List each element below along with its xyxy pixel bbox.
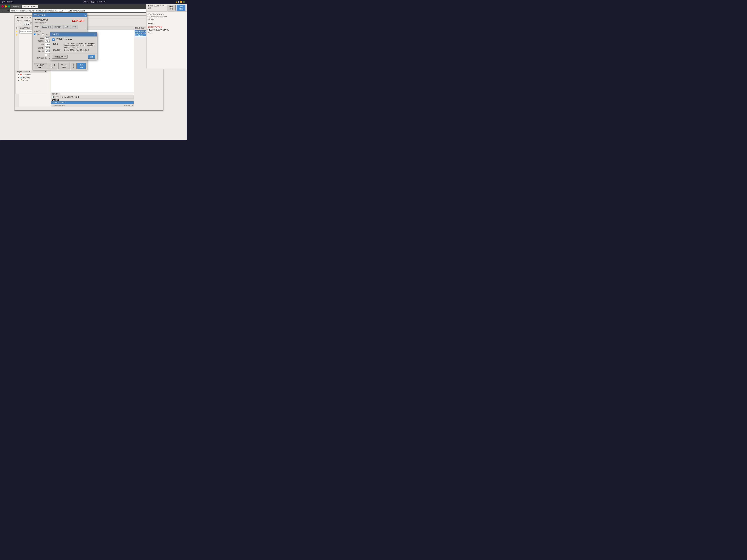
article-new-user: 新注册用户/密码来 <box>148 26 186 29</box>
activities-label[interactable]: 活动 <box>2 1 5 3</box>
nav-back[interactable]: ← <box>1 10 3 12</box>
sidebar-db-icon[interactable]: 🗄 <box>15 27 18 30</box>
next-btn[interactable]: 下一步(N)> <box>58 63 70 69</box>
connect-dialog-title: 连接到数据库 <box>34 14 45 17</box>
prev-btn[interactable]: <上一步(B) <box>47 63 58 69</box>
project-title: Project - General × <box>17 71 32 73</box>
db-label: 数据库: <box>34 40 45 42</box>
radio-basic-input[interactable] <box>34 33 36 35</box>
oracle-db-cell: Oracle Database 1... <box>51 101 134 104</box>
publish-btn[interactable]: 发布文章 <box>177 5 185 11</box>
tree-arrow-3: ▶ <box>18 79 19 81</box>
dialog-tab-main[interactable]: 主要 <box>34 25 40 29</box>
cancel-btn[interactable]: 取消 <box>70 63 77 69</box>
connect-subtitle: Oracle 连接设置 <box>34 22 48 24</box>
browser-close-btn[interactable]: × <box>1 5 4 7</box>
server-label: 服务器 <box>53 43 64 45</box>
result-sep: | <box>60 96 60 98</box>
result-sep2: | <box>70 96 70 98</box>
sidebar-icons: 🗄 📁 ⭐ <box>15 26 19 107</box>
dialog-tab-oracle-props[interactable]: Oracle 属性 <box>41 25 53 29</box>
finish-btn[interactable]: 完成(F) <box>77 63 86 69</box>
radio-tns-input[interactable] <box>42 33 44 35</box>
connect-dialog-close[interactable]: × <box>84 14 86 17</box>
article-line-2: ead/listener/alert/log.xml <box>148 15 186 18</box>
result-tab-1[interactable]: 结果 1 × <box>51 93 60 95</box>
driver-value-test: Oracle JDBC driver 19.16.0.0.0 <box>64 49 95 51</box>
radio-tns[interactable]: TNS <box>42 33 48 35</box>
project-item-diagrams[interactable]: ▶ 📊 Diagrams <box>16 76 47 79</box>
test-dialog-close[interactable]: × <box>94 33 96 36</box>
encoding-status: CST zh_CN <box>124 105 133 106</box>
dialog-tab-proxy[interactable]: Proxy <box>70 25 78 29</box>
test-dialog-titlebar: 连接测试 × <box>50 32 97 36</box>
system-time: 10月30日 星期日 21：19：46 <box>83 1 106 3</box>
dialog-tab-driver[interactable]: 驱动属性 <box>53 25 63 29</box>
result-refresh-icon[interactable]: ↺ <box>56 96 57 98</box>
radio-tns-label: TNS <box>45 33 48 35</box>
result-rowcount: 行数: 1 <box>74 96 79 98</box>
toolbar-sql-dropdown[interactable]: SQL ▾ <box>24 23 30 26</box>
test-details-btn[interactable]: 详细信息(D) >> <box>52 55 68 59</box>
driver-label-test: 驱动程序: <box>53 49 64 52</box>
result-panel: 结果 1 × 💾 ✕ ↺ + | |◀ ◀ ▶ ▶| | 200 <box>51 92 134 104</box>
taskbar-left: 活动 dbeaver <box>2 1 13 3</box>
test-ok-btn[interactable]: 确定 <box>88 55 95 59</box>
project-header: Project - General × × <box>16 70 47 73</box>
result-nav-last[interactable]: ▶| <box>67 96 69 98</box>
save-draft-btn[interactable]: 保存草稿 <box>167 5 176 11</box>
scripts-icon: 📝 <box>20 79 22 81</box>
footer-right: <上一步(B) 下一步(N)> 取消 完成(F) <box>47 63 86 69</box>
project-item-scripts[interactable]: ▶ 📝 Scripts <box>16 79 47 82</box>
dialog-tab-ssh[interactable]: SSH <box>63 25 70 29</box>
browser-max-btn[interactable]: □ <box>8 5 10 7</box>
username-label: 用户名: <box>34 47 45 49</box>
nav-reload[interactable]: ↺ <box>7 10 9 12</box>
toolbar-back[interactable]: ← <box>15 23 19 26</box>
menu-file[interactable]: 文件(F) <box>15 19 23 22</box>
result-nav-prev[interactable]: ◀ <box>63 96 65 98</box>
test-detail-driver: 驱动程序: Oracle JDBC driver 19.16.0.0.0 <box>52 49 95 52</box>
toolbar-sql-label: SQL <box>24 23 28 25</box>
article-counter: 54/100 <box>160 5 166 11</box>
db-nav-title: 数据库导航器 <box>20 27 30 29</box>
result-cancel-icon[interactable]: ✕ <box>54 96 56 98</box>
browser-min-btn[interactable]: - <box>5 5 7 7</box>
connect-dialog-tabs: 主要 Oracle 属性 驱动属性 SSH Proxy <box>34 25 86 29</box>
dbeaver-status-bar: 没有连接到数据库 CST zh_CN <box>51 104 134 107</box>
project-item-bookmarks[interactable]: ▶ 📌 Bookmarks <box>16 73 47 76</box>
browser-tab-active[interactable]: *<none> Script × <box>22 5 38 8</box>
test-dialog-footer: 详细信息(D) >> 确定 <box>50 54 97 60</box>
project-tree: ▶ 📌 Bookmarks ▶ 📊 Diagrams ▶ 📝 Scripts <box>16 73 47 82</box>
connect-dialog-titlebar: 连接到数据库 × <box>32 13 87 17</box>
test-connection-btn[interactable]: 测试连接(T)... <box>34 63 47 69</box>
radio-basic[interactable]: 基本 <box>34 33 40 35</box>
result-toolbar: 💾 ✕ ↺ + | |◀ ◀ ▶ ▶| | 200 行数: 1 <box>51 96 134 99</box>
article-header: 有文章 CSDN博客 54/100 保存草稿 发布文章 <box>147 4 187 11</box>
driver-label: 驱动名称: <box>34 57 45 59</box>
menu-edit[interactable]: 编辑(E) <box>23 19 31 22</box>
reuse-variables-checkbox[interactable] <box>45 54 47 56</box>
result-nav-first[interactable]: |◀ <box>61 96 62 98</box>
article-content: rk/admin/listener.ora ead/listener/alert… <box>147 11 187 35</box>
result-save-icon[interactable]: 💾 <box>52 96 54 98</box>
tree-arrow-2: ▶ <box>18 77 19 78</box>
sidebar-proj-icon[interactable]: 📁 <box>15 30 18 33</box>
desktop: 活动 dbeaver 10月30日 星期日 21：19：46 🔒 ▶ 📶 🔋 ×… <box>0 0 187 140</box>
sidebar-bookmark-icon[interactable]: ⭐ <box>15 33 18 36</box>
test-dialog-title: 连接测试 <box>52 33 59 36</box>
article-conn-str: 9.133.138:1521/ORCLCDB <box>148 29 186 31</box>
toolbar-forward[interactable]: → <box>19 23 22 26</box>
article-line-3: T-1521)) <box>148 18 186 21</box>
nav-forward[interactable]: → <box>4 10 6 12</box>
app-name-label[interactable]: dbeaver <box>7 1 13 3</box>
result-nav-next[interactable]: ▶ <box>65 96 67 98</box>
diagrams-icon: 📊 <box>20 76 22 78</box>
article-line-1: rk/admin/listener.ora <box>148 12 186 15</box>
browser-tab-1[interactable]: dbeaver <box>11 5 21 8</box>
auth-label: 认证 <box>34 43 45 46</box>
col-banner: BANNER <box>51 99 134 101</box>
result-add-icon[interactable]: + <box>58 96 59 98</box>
project-close-icon[interactable]: × <box>45 71 46 73</box>
table-row[interactable]: Oracle Database 1... <box>51 101 134 104</box>
